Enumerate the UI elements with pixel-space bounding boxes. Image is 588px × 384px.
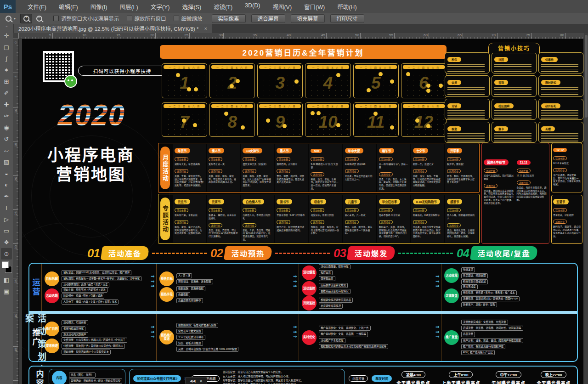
tip-card: 签到	[492, 75, 537, 96]
node-leaf: 商品（图片、展示）	[69, 373, 96, 378]
tip-card: 优惠券	[538, 52, 583, 73]
ruler-tick-label: 30	[219, 33, 223, 37]
zoom-tool[interactable]: ⊙	[1, 248, 12, 260]
tool-preset-picker[interactable]: ▾	[0, 16, 20, 22]
node-leaf: 活动曝光，引流获客	[62, 320, 88, 325]
menu-item[interactable]: 文字(Y)	[151, 2, 170, 11]
ruler-tick-label: 10	[82, 33, 86, 37]
rewind-icon[interactable]: ◀◀	[190, 379, 195, 383]
industry-text: 鲜花、珠宝、美妆、生鲜等，相关行业可以主打买一送一活动，提高用户忠诚度。	[311, 178, 340, 190]
map-node: 实时优化 推广渠道优化：文案、素材优化、上新广告推广素材优化：文案、商品图、二维…	[302, 326, 438, 349]
document-canvas[interactable]: 扫码可以获得小程序扶持 2020 小程序电商 营销地图 2020营销日历&全年营…	[22, 39, 583, 384]
menu-item[interactable]: 图像(I)	[90, 2, 107, 11]
blur-tool[interactable]: ◒	[1, 168, 12, 179]
output-pill: 内容打造	[349, 375, 368, 382]
menu-item[interactable]: 编辑(E)	[59, 2, 78, 11]
option-checkbox[interactable]: 缩放所有窗口	[127, 15, 166, 22]
healing-brush-tool[interactable]: ✚	[1, 99, 12, 110]
ruler-tick-label: 40	[287, 33, 291, 37]
tip-card-text-lines	[494, 87, 531, 96]
shape-tool[interactable]: ▭	[1, 225, 12, 237]
industry-text: 美妆、个护、食品等，可推出“爱TA就送TA最好的”，设置多款爆品，营造节日气氛。	[243, 229, 272, 241]
activity-card: 儿童节 活动主题 童心未泯，六一狂欢 适用行业 食品、玩具、图书等，家长都乐意给…	[343, 195, 376, 243]
hand-tool[interactable]: ❖	[1, 237, 12, 248]
send-schedule: 群发时间 凌晨4:00 全天曝光最低点 上午8:00 上半天曝光最高点 中午12…	[372, 369, 573, 384]
color-swatches[interactable]	[1, 261, 11, 273]
option-checkbox[interactable]: 细微缩放	[174, 15, 203, 22]
zoom-in-button[interactable]: +	[20, 14, 32, 23]
theme-label: 活动主题	[553, 156, 567, 160]
open-rate-box: 如何提高公众号图文打开率? ⇄ 易打开率的标题 疑问匹配式：阅读与自己有关的文章…	[129, 369, 345, 384]
activity-card: 读书节 活动主题 世界读书日 “4.23” 好书推荐 适用行业 图书行业、知识付…	[275, 195, 308, 243]
special-activities-strip: 专题活动 元旦节 活动主题 新年新气象，全新启航 适用行业 服饰、家居、电子产品…	[158, 194, 480, 244]
tip-card: 会员	[445, 75, 490, 96]
options-button[interactable]: 打印尺寸	[330, 14, 364, 23]
ruler-tick-label: 5	[49, 33, 51, 37]
tip-card: 拼团	[492, 52, 537, 73]
collapse-panel-icon[interactable]: »	[6, 24, 7, 29]
path-select-tool[interactable]: ▷	[1, 214, 12, 225]
options-button[interactable]: 实际像素	[212, 14, 246, 23]
ruler-tick-label: 45	[14, 347, 18, 353]
menu-item[interactable]: 文件(F)	[28, 2, 46, 11]
eraser-tool[interactable]: ▱	[1, 145, 12, 156]
node-label: 活动选题	[45, 288, 59, 303]
dodge-tool[interactable]: ◐	[1, 179, 12, 191]
magic-wand-tool[interactable]: ✶	[1, 64, 12, 76]
floating-mini-controls[interactable]: ◀◀ ✕	[185, 377, 207, 384]
highlight-date-dot	[294, 79, 299, 84]
quick-mask-icon[interactable]: ◧	[1, 274, 12, 286]
lasso-tool[interactable]: ʃ	[1, 53, 12, 64]
month-calendar: 一 二 三 四 五 六 日 1	[162, 63, 207, 98]
menu-item[interactable]: 3D(D)	[245, 2, 260, 11]
tip-card: 买赠	[538, 122, 583, 143]
options-button[interactable]: 适合屏幕	[251, 14, 285, 23]
tip-card-text-lines	[494, 133, 531, 143]
menu-item[interactable]: 窗口(W)	[304, 2, 325, 11]
options-button[interactable]: 填充屏幕	[291, 14, 325, 23]
menu-item[interactable]: 滤镜(T)	[214, 2, 232, 11]
industry-label: 适用行业	[311, 220, 324, 224]
screen-mode-icon[interactable]: ▣	[1, 286, 12, 297]
rect-marquee-tool[interactable]: ▢	[1, 41, 12, 53]
industry-text: 数码电子、美妆、旅游等，即将踏入社会的用户可推出游或聚餐专场：“愿你历尽千帆，归…	[379, 226, 408, 238]
foreground-color-swatch[interactable]	[2, 261, 9, 268]
zoom-out-button[interactable]: −	[34, 14, 45, 23]
month-number: 8	[211, 109, 253, 135]
node-leaf: 售后跟进、问题处理	[461, 273, 488, 278]
move-tool[interactable]: ✛	[1, 30, 12, 41]
menu-item[interactable]: 选择(S)	[182, 2, 201, 11]
major-festivals-box: 国庆&中秋节 活动主题 欢度气氛迎国庆，花好月圆过中秋 适用行业 全品类，紧扣国…	[481, 143, 549, 244]
menu-item[interactable]: 帮助(H)	[337, 2, 356, 11]
eyedropper-tool[interactable]: ✐	[1, 87, 12, 99]
vertical-scrollbar[interactable]	[584, 33, 588, 384]
node-leaf: 付费流量：朋友圈广告 / 自媒体公众号合作 / 网红达人	[62, 344, 125, 349]
node-label: 活动爆发	[302, 265, 317, 280]
close-tab-icon[interactable]: ×	[204, 26, 207, 31]
crop-tool[interactable]: ⊞	[1, 76, 12, 87]
menu-item[interactable]: 视图(V)	[272, 2, 292, 11]
tips-panel-title: 营销小技巧	[488, 43, 540, 53]
weekday-header: 一 二 三 四 五 六 日	[403, 65, 445, 69]
industry-label: 适用行业	[517, 181, 531, 185]
map-node: 活动爆发 活动全面放量，提升转化社群运营微客服运营	[302, 264, 438, 281]
tip-card-text-lines	[494, 64, 531, 73]
industry-label: 适用行业	[379, 172, 393, 176]
type-tool[interactable]: T	[1, 202, 12, 214]
industry-text: 食品、美妆、百货等，可主打“全民闹元宵”活动并加赠进行引流曝光。	[209, 229, 238, 238]
document-tab[interactable]: 2020小程序电商营销地图.jpg @ 12.5% (扫码可以获得小程序扶持, …	[14, 24, 212, 33]
brush-tool[interactable]: ✑	[1, 110, 12, 122]
month-calendar: 一 二 三 四 五 六 日 10	[305, 102, 351, 137]
activity-title: 开学季	[447, 148, 463, 153]
option-checkbox[interactable]: 调整窗口大小以满屏显示	[53, 15, 119, 22]
scrollbar-thumb[interactable]	[585, 35, 588, 118]
theme-text: 12.12 年末狂欢	[553, 162, 581, 165]
menu-item[interactable]: 图层(L)	[119, 2, 138, 11]
tip-card-text-lines	[541, 64, 578, 73]
node-leaf: 根据转化情况调整页面商品	[319, 298, 353, 303]
history-brush-tool[interactable]: ↺	[1, 133, 12, 145]
pen-tool[interactable]: ✒	[1, 191, 12, 202]
close-icon[interactable]: ✕	[199, 379, 203, 383]
clone-stamp-tool[interactable]: ◉	[1, 122, 12, 133]
gradient-tool[interactable]: ▧	[1, 156, 12, 168]
